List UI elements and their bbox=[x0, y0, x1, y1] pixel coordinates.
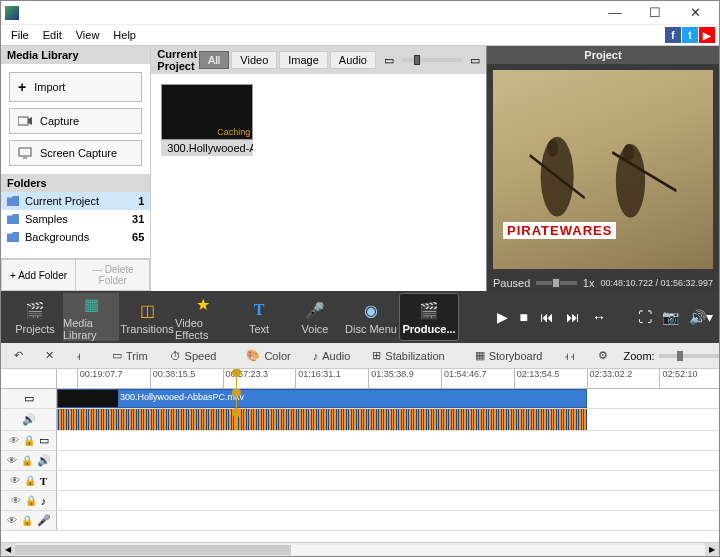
volume-button[interactable]: 🔊▾ bbox=[689, 309, 713, 325]
scroll-left-button[interactable]: ◀ bbox=[1, 543, 15, 557]
lock-icon[interactable]: 🔒 bbox=[25, 495, 37, 506]
voice-track-content[interactable] bbox=[57, 511, 719, 530]
folder-current-project[interactable]: Current Project 1 bbox=[1, 192, 150, 210]
thumb-size-slider[interactable] bbox=[402, 58, 462, 62]
facebook-icon[interactable]: f bbox=[665, 27, 681, 43]
play-button[interactable]: ▶ bbox=[497, 309, 508, 325]
capture-button[interactable]: Capture bbox=[9, 108, 142, 134]
delete-folder-button[interactable]: — Delete Folder bbox=[75, 259, 150, 291]
next-frame-button[interactable]: ⏭ bbox=[566, 309, 580, 325]
screen-capture-button[interactable]: Screen Capture bbox=[9, 140, 142, 166]
overlay-audio-content[interactable] bbox=[57, 451, 719, 470]
split-view-button[interactable]: ⫞⫞ bbox=[557, 347, 583, 365]
preview-viewport[interactable]: PIRATEWARES bbox=[493, 70, 713, 269]
projects-button[interactable]: 🎬 Projects bbox=[7, 293, 63, 341]
import-button[interactable]: + Import bbox=[9, 72, 142, 102]
lock-icon[interactable]: 🔒 bbox=[21, 455, 33, 466]
audio-track-content[interactable] bbox=[57, 409, 719, 430]
eye-icon[interactable]: 👁 bbox=[7, 515, 17, 526]
produce-button[interactable]: 🎬 Produce... bbox=[399, 293, 459, 341]
music-track-content[interactable] bbox=[57, 491, 719, 510]
color-button[interactable]: 🎨Color bbox=[239, 346, 297, 365]
twitter-icon[interactable]: t bbox=[682, 27, 698, 43]
preview-status: Paused 1x 00:48:10.722 / 01:56:32.997 bbox=[487, 275, 719, 291]
lock-icon[interactable]: 🔒 bbox=[21, 515, 33, 526]
media-library-label: Media Library bbox=[63, 317, 119, 341]
film-icon: ▭ bbox=[39, 434, 49, 447]
thumb-size-large-icon[interactable]: ▭ bbox=[470, 54, 480, 67]
playhead[interactable] bbox=[236, 369, 237, 388]
youtube-icon[interactable]: ▶ bbox=[699, 27, 715, 43]
upper-area: Media Library + Import Capture Screen Ca… bbox=[1, 45, 719, 291]
menubar: File Edit View Help f t ▶ bbox=[1, 25, 719, 45]
audio-button[interactable]: ♪Audio bbox=[306, 347, 358, 365]
thumb-size-small-icon[interactable]: ▭ bbox=[384, 54, 394, 67]
eye-icon[interactable]: 👁 bbox=[11, 495, 21, 506]
delete-button[interactable]: ✕ bbox=[38, 346, 61, 365]
overlay-track-1-content[interactable] bbox=[57, 431, 719, 450]
filter-audio[interactable]: Audio bbox=[330, 51, 376, 69]
filter-video[interactable]: Video bbox=[231, 51, 277, 69]
preview-seek-slider[interactable] bbox=[536, 281, 576, 285]
zoom-slider[interactable] bbox=[659, 354, 719, 358]
current-project-pane: Current Project All Video Image Audio ▭ … bbox=[151, 46, 486, 291]
speed-button[interactable]: ⏱Speed bbox=[163, 347, 224, 365]
fullscreen-button[interactable]: ⛶ bbox=[638, 309, 652, 325]
menu-help[interactable]: Help bbox=[107, 27, 142, 43]
menu-view[interactable]: View bbox=[70, 27, 106, 43]
split-button[interactable]: ⫞ bbox=[69, 347, 89, 365]
close-button[interactable]: ✕ bbox=[675, 2, 715, 24]
filter-all[interactable]: All bbox=[199, 51, 229, 69]
folder-backgrounds[interactable]: Backgrounds 65 bbox=[1, 228, 150, 246]
media-library-pane: Media Library + Import Capture Screen Ca… bbox=[1, 46, 151, 291]
folder-count: 65 bbox=[132, 231, 144, 243]
svg-point-8 bbox=[547, 140, 558, 157]
video-track-content[interactable]: 300.Hollywooed-AbbasPC.mkv bbox=[57, 389, 719, 408]
eye-icon[interactable]: 👁 bbox=[7, 455, 17, 466]
undo-button[interactable]: ↶ bbox=[7, 346, 30, 365]
menu-edit[interactable]: Edit bbox=[37, 27, 68, 43]
settings-button[interactable]: ⚙ bbox=[591, 346, 615, 365]
thumbnail-label: 300.Hollywooed-Abb... bbox=[161, 140, 253, 156]
text-track-content[interactable] bbox=[57, 471, 719, 490]
menu-file[interactable]: File bbox=[5, 27, 35, 43]
stabilization-button[interactable]: ⊞Stabilization bbox=[365, 346, 451, 365]
scroll-right-button[interactable]: ▶ bbox=[705, 543, 719, 557]
prev-frame-button[interactable]: ⏮ bbox=[540, 309, 554, 325]
loop-button[interactable]: ↔ bbox=[592, 309, 606, 325]
trim-icon: ▭ bbox=[112, 349, 122, 362]
disc-menu-button[interactable]: ◉ Disc Menu bbox=[343, 293, 399, 341]
preview-header: Project bbox=[487, 46, 719, 64]
time-ruler[interactable]: 00:19:07.700:38:15.500:57:23.301:16:31.1… bbox=[1, 369, 719, 389]
transitions-icon: ◫ bbox=[136, 299, 158, 321]
clip-thumbnail[interactable]: Caching 300.Hollywooed-Abb... bbox=[161, 84, 253, 156]
lock-icon[interactable]: 🔒 bbox=[23, 435, 35, 446]
transitions-label: Transitions bbox=[120, 323, 173, 335]
eye-icon[interactable]: 👁 bbox=[9, 435, 19, 446]
lock-icon[interactable]: 🔒 bbox=[24, 475, 36, 486]
horizontal-scrollbar[interactable]: ◀ ▶ bbox=[1, 542, 719, 556]
preview-frame: PIRATEWARES bbox=[493, 70, 713, 269]
add-folder-button[interactable]: + Add Folder bbox=[1, 259, 75, 291]
filter-image[interactable]: Image bbox=[279, 51, 328, 69]
scrollbar-thumb[interactable] bbox=[15, 545, 291, 555]
eye-icon[interactable]: 👁 bbox=[10, 475, 20, 486]
minimize-button[interactable]: — bbox=[595, 2, 635, 24]
storyboard-button[interactable]: ▦Storyboard bbox=[468, 346, 550, 365]
folder-samples[interactable]: Samples 31 bbox=[1, 210, 150, 228]
video-effects-button[interactable]: ★ Video Effects bbox=[175, 293, 231, 341]
speed-icon: ⏱ bbox=[170, 350, 181, 362]
split-icon: ⫞ bbox=[76, 350, 82, 362]
media-library-button[interactable]: ▦ Media Library bbox=[63, 293, 119, 341]
trim-button[interactable]: ▭Trim bbox=[105, 346, 155, 365]
maximize-button[interactable]: ☐ bbox=[635, 2, 675, 24]
snapshot-button[interactable]: 📷 bbox=[662, 309, 679, 325]
video-clip[interactable]: 300.Hollywooed-AbbasPC.mkv bbox=[57, 389, 587, 408]
text-button[interactable]: T Text bbox=[231, 293, 287, 341]
caching-label: Caching bbox=[217, 127, 250, 137]
audio-clip[interactable] bbox=[57, 409, 587, 430]
transitions-button[interactable]: ◫ Transitions bbox=[119, 293, 175, 341]
speed-label: 1x bbox=[583, 277, 595, 289]
stop-button[interactable]: ■ bbox=[520, 309, 528, 325]
voice-button[interactable]: 🎤 Voice bbox=[287, 293, 343, 341]
